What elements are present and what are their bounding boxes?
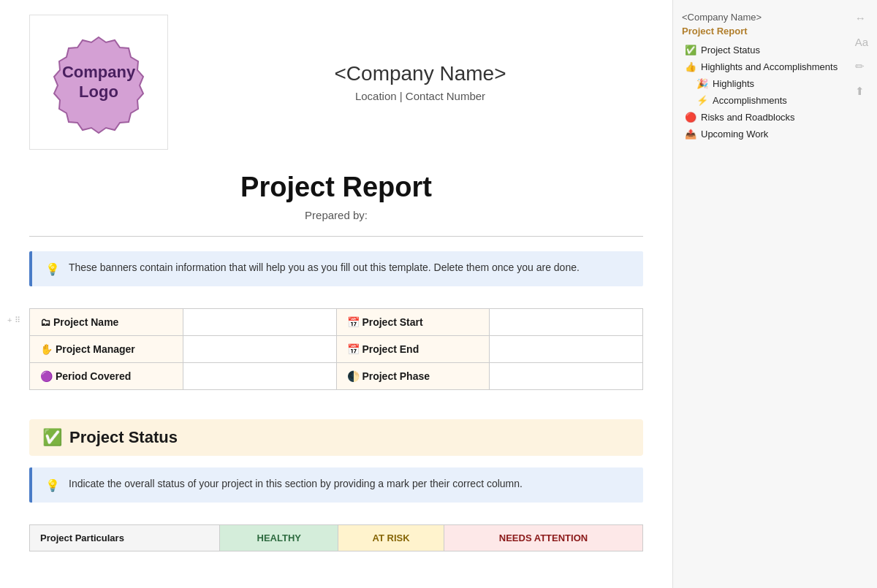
project-name-label: 🗂 Project Name	[30, 309, 183, 336]
needs-attention-header: NEEDS ATTENTION	[444, 525, 642, 551]
sidebar-label-highlights: Highlights	[713, 78, 754, 89]
healthy-header: HEALTHY	[220, 525, 338, 551]
risks-icon: 🔴	[685, 112, 696, 123]
row-controls[interactable]: + ⠿	[7, 316, 20, 325]
project-name-value[interactable]	[183, 309, 336, 336]
sidebar-item-accomplishments[interactable]: ⚡ Accomplishments	[682, 93, 868, 108]
sidebar-item-upcoming-work[interactable]: 📤 Upcoming Work	[682, 126, 868, 142]
info-banner: 💡 These banners contain information that…	[29, 251, 643, 286]
sidebar-label-accomplishments: Accomplishments	[713, 95, 787, 106]
particulars-header: Project Particulars	[30, 525, 220, 551]
logo-text: Company Logo	[48, 63, 150, 102]
banner-text: These banners contain information that w…	[69, 261, 580, 273]
project-phase-value[interactable]	[490, 363, 643, 390]
sidebar-nav: ✅ Project Status 👍 Highlights and Accomp…	[682, 42, 868, 142]
sidebar-item-risks-roadblocks[interactable]: 🔴 Risks and Roadblocks	[682, 110, 868, 125]
table-row: 🟣 Period Covered 🌓 Project Phase	[30, 363, 643, 390]
status-banner-text: Indicate the overall status of your proj…	[69, 478, 523, 489]
status-banner-icon: 💡	[45, 478, 60, 492]
sidebar-item-highlights-accomplishments[interactable]: 👍 Highlights and Accomplishments	[682, 59, 868, 75]
project-start-label: 📅 Project Start	[336, 309, 490, 336]
period-covered-value[interactable]	[183, 363, 336, 390]
project-end-value[interactable]	[490, 336, 643, 363]
sidebar-label-upcoming: Upcoming Work	[701, 129, 768, 140]
project-status-section: ✅ Project Status 💡 Indicate the overall …	[29, 419, 643, 551]
sidebar-label-highlights-accomplishments: Highlights and Accomplishments	[701, 61, 838, 72]
sidebar: ↔ Aa ✏ ⬆ <Company Name> Project Report ✅…	[672, 0, 877, 588]
sidebar-item-highlights[interactable]: 🎉 Highlights	[682, 76, 868, 91]
project-end-label: 📅 Project End	[336, 336, 490, 363]
project-info-table: 🗂 Project Name 📅 Project Start ✋ Project…	[29, 308, 643, 390]
highlights-accomplishments-icon: 👍	[685, 61, 696, 72]
edit-icon[interactable]: ✏	[855, 60, 868, 73]
header-section: Company Logo <Company Name> Location | C…	[29, 0, 643, 172]
project-manager-value[interactable]	[183, 336, 336, 363]
sidebar-label-project-status: Project Status	[701, 45, 760, 56]
at-risk-header: AT RISK	[338, 525, 444, 551]
expand-icon[interactable]: ↔	[855, 12, 868, 24]
highlights-icon: 🎉	[696, 78, 708, 89]
table-row: 🗂 Project Name 📅 Project Start	[30, 309, 643, 336]
logo-shape: Company Logo	[48, 31, 150, 134]
status-table-header-row: Project Particulars HEALTHY AT RISK NEED…	[30, 525, 643, 551]
banner-icon: 💡	[45, 262, 60, 276]
project-manager-label: ✋ Project Manager	[30, 336, 183, 363]
company-info: <Company Name> Location | Contact Number	[197, 62, 643, 102]
sidebar-company-name: <Company Name>	[682, 12, 868, 23]
company-name: <Company Name>	[334, 62, 506, 85]
project-status-section-title: Project Status	[69, 428, 178, 447]
table-row: ✋ Project Manager 📅 Project End	[30, 336, 643, 363]
period-covered-label: 🟣 Period Covered	[30, 363, 183, 390]
share-icon[interactable]: ⬆	[855, 85, 868, 98]
font-icon[interactable]: Aa	[855, 36, 868, 48]
status-banner: 💡 Indicate the overall status of your pr…	[29, 467, 643, 503]
project-status-header: ✅ Project Status	[29, 419, 643, 456]
project-phase-label: 🌓 Project Phase	[336, 363, 490, 390]
logo-container: Company Logo	[29, 15, 168, 150]
project-table-wrapper: + ⠿ 🗂 Project Name 📅 Project Start ✋ Pro…	[29, 308, 643, 390]
project-status-section-icon: ✅	[42, 428, 62, 447]
company-sub: Location | Contact Number	[355, 90, 485, 102]
project-status-icon: ✅	[685, 45, 696, 56]
sidebar-section-title: Project Report	[682, 26, 868, 37]
status-table: Project Particulars HEALTHY AT RISK NEED…	[29, 524, 643, 551]
sidebar-item-project-status[interactable]: ✅ Project Status	[682, 42, 868, 58]
report-title: Project Report	[29, 172, 643, 203]
title-section: Project Report Prepared by:	[29, 172, 643, 221]
prepared-by: Prepared by:	[29, 209, 643, 221]
upcoming-icon: 📤	[685, 129, 696, 140]
divider	[29, 236, 643, 237]
sidebar-label-risks: Risks and Roadblocks	[701, 112, 795, 123]
sidebar-toolbar: ↔ Aa ✏ ⬆	[855, 12, 868, 98]
add-row-icon[interactable]: +	[7, 316, 12, 325]
project-start-value[interactable]	[490, 309, 643, 336]
accomplishments-icon: ⚡	[696, 95, 708, 106]
drag-handle-icon[interactable]: ⠿	[15, 316, 20, 325]
main-content: Company Logo <Company Name> Location | C…	[0, 0, 672, 588]
